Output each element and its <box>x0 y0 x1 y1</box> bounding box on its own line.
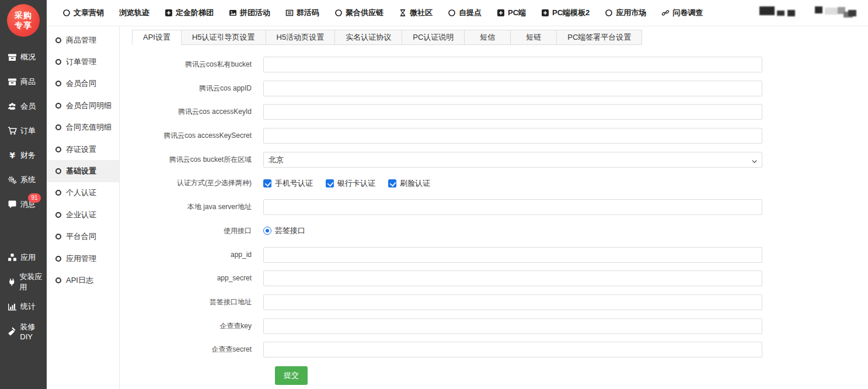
tab-5[interactable]: PC认证说明 <box>402 30 465 45</box>
sidebar-item-4[interactable]: 订单 <box>0 119 47 143</box>
topnav-item-label: 应用市场 <box>616 8 646 18</box>
topnav-item-label: 微社区 <box>410 8 433 18</box>
topnav-item-8[interactable]: 自提点 <box>440 0 489 26</box>
topnav-item-label: PC端 <box>508 8 526 18</box>
circle-o-icon <box>55 124 61 130</box>
text-input-3[interactable] <box>263 104 762 120</box>
region-select[interactable]: 北京 <box>263 152 762 168</box>
field-label: 腾讯云cos appID <box>132 81 263 96</box>
sidebar-item-3[interactable]: 会员 <box>0 94 47 119</box>
topnav-item-5[interactable]: 群活码 <box>278 0 327 26</box>
top-navigation-bar: 文章营销浏览轨迹定金阶梯团拼团活动群活码聚合供应链微社区自提点PC端PC端模板2… <box>47 0 868 26</box>
field-control <box>263 247 762 263</box>
submenu-item-2[interactable]: 订单管理 <box>47 51 119 72</box>
checkbox-checked-icon[interactable] <box>388 179 396 187</box>
text-input-2[interactable] <box>263 81 762 96</box>
tab-3[interactable]: H5活动页设置 <box>266 30 336 45</box>
tab-4[interactable]: 实名认证协议 <box>334 30 402 45</box>
form-row-10: app_secret <box>132 270 856 286</box>
sidebar-item-8[interactable]: 应用 <box>0 245 47 270</box>
field-label: 本地 java server地址 <box>132 199 263 215</box>
sidebar-item-2[interactable]: 商品 <box>0 70 47 94</box>
submenu-item-8[interactable]: 个人认证 <box>47 182 119 204</box>
topnav-item-4[interactable]: 拼团活动 <box>221 0 278 26</box>
tab-6[interactable]: 短信 <box>464 30 511 45</box>
topnav-item-11[interactable]: 应用市场 <box>597 0 654 26</box>
form-row-6: 认证方式(至少选择两种)手机号认证银行卡认证刷脸认证 <box>132 175 856 191</box>
sidebar-item-10[interactable]: 统计 <box>0 294 47 319</box>
sidebar-item-5[interactable]: ¥财务 <box>0 143 47 168</box>
form-row-4: 腾讯云cos accessKeySecret <box>132 128 856 144</box>
topnav-item-7[interactable]: 微社区 <box>391 0 440 26</box>
circle-o-icon <box>55 190 61 196</box>
sidebar-item-label: 商品 <box>20 77 36 87</box>
submenu-item-11[interactable]: 应用管理 <box>47 248 119 269</box>
radio-checked-icon[interactable] <box>263 227 271 235</box>
field-label: 使用接口 <box>132 223 263 239</box>
circle-o-icon <box>55 147 61 152</box>
sidebar-item-label: 订单 <box>20 126 36 136</box>
field-control <box>263 294 762 310</box>
checkbox-checked-icon[interactable] <box>326 179 334 187</box>
text-input-13[interactable] <box>263 342 762 357</box>
sidebar-item-9[interactable]: 安装应用 <box>0 270 47 294</box>
tab-1[interactable]: API设置 <box>132 30 182 45</box>
topnav-item-label: 拼团活动 <box>240 8 270 18</box>
submenu-item-label: 平台合同 <box>66 231 96 242</box>
topnav-item-12[interactable]: 问卷调查 <box>654 0 710 26</box>
tab-8[interactable]: PC端签署平台设置 <box>556 30 642 45</box>
field-control: 芸签接口 <box>263 223 762 239</box>
topnav-item-2[interactable]: 浏览轨迹 <box>111 0 157 26</box>
submit-button[interactable]: 提交 <box>275 366 308 385</box>
field-control <box>263 128 762 144</box>
checkbox-option-3[interactable]: 刷脸认证 <box>388 178 430 189</box>
submenu-item-12[interactable]: API日志 <box>47 269 119 291</box>
tab-2[interactable]: H5认证引导页设置 <box>181 30 266 45</box>
text-input-11[interactable] <box>263 294 762 310</box>
topnav-item-label: PC端模板2 <box>552 8 590 18</box>
sidebar-item-label: 应用 <box>20 252 36 263</box>
topnav-item-3[interactable]: 定金阶梯团 <box>157 0 221 26</box>
field-label: 芸签接口地址 <box>132 294 263 310</box>
tab-7[interactable]: 短链 <box>510 30 557 45</box>
submenu-item-1[interactable]: 商品管理 <box>47 29 119 51</box>
submenu-item-3[interactable]: 会员合同 <box>47 73 119 95</box>
sidebar-item-1[interactable]: 概况 <box>0 45 47 70</box>
submenu-item-10[interactable]: 平台合同 <box>47 226 119 248</box>
radio-option-1[interactable]: 芸签接口 <box>263 225 305 236</box>
circle-o-icon <box>55 234 61 239</box>
text-input-10[interactable] <box>263 270 762 286</box>
text-input-12[interactable] <box>263 318 762 334</box>
submenu-item-4[interactable]: 会员合同明细 <box>47 95 119 116</box>
sidebar-item-7[interactable]: 消息91 <box>0 192 47 217</box>
circle-icon <box>62 9 71 17</box>
submenu-item-label: 会员合同明细 <box>66 100 111 111</box>
checkbox-option-2[interactable]: 银行卡认证 <box>326 178 375 189</box>
text-input-4[interactable] <box>263 128 762 144</box>
submenu-item-9[interactable]: 企业认证 <box>47 204 119 225</box>
topnav-item-6[interactable]: 聚合供应链 <box>327 0 391 26</box>
field-control: 北京 <box>263 152 762 168</box>
topnav-item-label: 自提点 <box>459 8 482 18</box>
archive-icon <box>8 53 17 62</box>
sidebar-item-6[interactable]: 系统 <box>0 168 47 192</box>
circle-o-icon <box>55 81 61 86</box>
submenu-item-6[interactable]: 存证设置 <box>47 138 119 160</box>
submenu-item-7[interactable]: 基础设置 <box>47 160 119 182</box>
text-input-9[interactable] <box>263 247 762 263</box>
topnav-item-label: 群活码 <box>297 8 319 18</box>
submenu-item-label: 商品管理 <box>66 35 96 46</box>
topnav-item-9[interactable]: PC端 <box>489 0 534 26</box>
text-input-7[interactable] <box>263 199 762 215</box>
text-input-1[interactable] <box>263 57 762 72</box>
form-row-7: 本地 java server地址 <box>132 199 856 215</box>
main-content: API设置H5认证引导页设置H5活动页设置实名认证协议PC认证说明短信短链PC端… <box>120 26 868 389</box>
cart-icon <box>8 126 17 136</box>
checkbox-checked-icon[interactable] <box>263 179 271 187</box>
checkbox-option-1[interactable]: 手机号认证 <box>263 178 313 189</box>
topnav-item-10[interactable]: PC端模板2 <box>534 0 597 26</box>
submenu-item-5[interactable]: 合同充值明细 <box>47 117 119 138</box>
circle-o-icon <box>55 212 61 218</box>
sidebar-item-11[interactable]: 装修DIY <box>0 319 47 343</box>
topnav-item-1[interactable]: 文章营销 <box>55 0 111 26</box>
